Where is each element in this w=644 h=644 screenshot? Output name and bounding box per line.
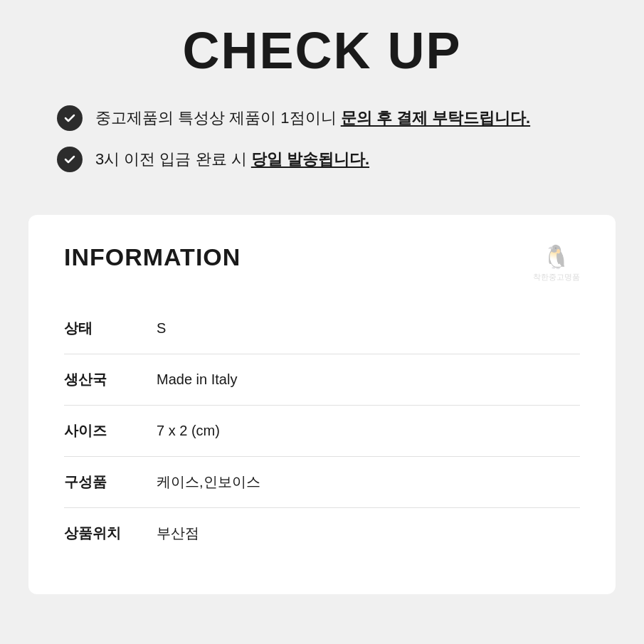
info-row: 상품위치부산점: [64, 508, 580, 559]
watermark-icon: 🐧: [542, 243, 571, 270]
info-row: 생산국Made in Italy: [64, 354, 580, 406]
check-icon-2: [57, 147, 83, 172]
info-row: 상태S: [64, 303, 580, 354]
watermark-text: 착한중고명품: [533, 272, 580, 282]
checkup-item-1: 중고제품의 특성상 제품이 1점이니 문의 후 결제 부탁드립니다.: [57, 105, 601, 131]
watermark: 🐧 착한중고명품: [533, 243, 580, 282]
info-value: 케이스,인보이스: [157, 457, 580, 508]
info-card: INFORMATION 🐧 착한중고명품 상태S생산국Made in Italy…: [28, 215, 616, 594]
info-header: INFORMATION 🐧 착한중고명품: [64, 243, 580, 282]
info-value: 부산점: [157, 508, 580, 559]
check-icon-1: [57, 105, 83, 131]
info-label: 구성품: [64, 457, 157, 508]
info-label: 사이즈: [64, 406, 157, 457]
info-value: Made in Italy: [157, 354, 580, 406]
checkup-items: 중고제품의 특성상 제품이 1점이니 문의 후 결제 부탁드립니다. 3시 이전…: [43, 105, 601, 172]
checkup-section: CHECK UP 중고제품의 특성상 제품이 1점이니 문의 후 결제 부탁드립…: [0, 0, 644, 201]
information-title: INFORMATION: [64, 243, 241, 271]
checkup-title: CHECK UP: [43, 21, 601, 80]
info-section: INFORMATION 🐧 착한중고명품 상태S생산국Made in Italy…: [0, 201, 644, 623]
info-row: 구성품케이스,인보이스: [64, 457, 580, 508]
info-row: 사이즈7 x 2 (cm): [64, 406, 580, 457]
info-label: 상태: [64, 303, 157, 354]
info-table: 상태S생산국Made in Italy사이즈7 x 2 (cm)구성품케이스,인…: [64, 303, 580, 559]
checkup-item-2: 3시 이전 입금 완료 시 당일 발송됩니다.: [57, 147, 601, 172]
info-label: 상품위치: [64, 508, 157, 559]
info-value: 7 x 2 (cm): [157, 406, 580, 457]
info-value: S: [157, 303, 580, 354]
checkup-text-1: 중고제품의 특성상 제품이 1점이니 문의 후 결제 부탁드립니다.: [95, 107, 530, 130]
checkup-text-2: 3시 이전 입금 완료 시 당일 발송됩니다.: [95, 149, 369, 171]
page-wrapper: CHECK UP 중고제품의 특성상 제품이 1점이니 문의 후 결제 부탁드립…: [0, 0, 644, 644]
info-label: 생산국: [64, 354, 157, 406]
